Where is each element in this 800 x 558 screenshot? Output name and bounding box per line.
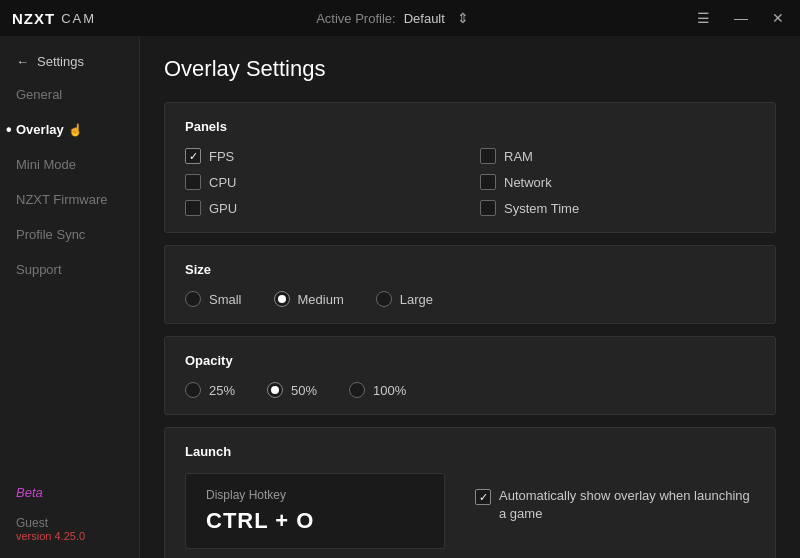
page-title: Overlay Settings: [164, 56, 776, 82]
opacity-panel: Opacity 25% 50% 100%: [164, 336, 776, 415]
logo-area: NZXT CAM: [12, 10, 96, 27]
fps-checkbox-box[interactable]: [185, 148, 201, 164]
active-profile-value: Default: [404, 11, 445, 26]
auto-show-checkbox[interactable]: [475, 489, 491, 505]
sidebar-item-label: Overlay: [16, 122, 64, 137]
auto-show-row: Automatically show overlay when launchin…: [475, 473, 755, 523]
sidebar-item-general[interactable]: General: [0, 77, 139, 112]
sidebar-item-label: Profile Sync: [16, 227, 85, 242]
back-label: Settings: [37, 54, 84, 69]
launch-row: Display Hotkey CTRL + O Automatically sh…: [185, 473, 755, 549]
main-content: Overlay Settings Panels FPS RAM: [140, 36, 800, 558]
opacity-title: Opacity: [185, 353, 755, 368]
size-radio-group: Small Medium Large: [185, 291, 755, 307]
ram-label: RAM: [504, 149, 533, 164]
panels-panel: Panels FPS RAM CPU: [164, 102, 776, 233]
sidebar-item-minimode[interactable]: Mini Mode: [0, 147, 139, 182]
sidebar: ← Settings General Overlay ☝ Mini Mode N…: [0, 36, 140, 558]
gpu-checkbox[interactable]: GPU: [185, 200, 460, 216]
launch-title: Launch: [185, 444, 755, 459]
opacity-100-radio[interactable]: [349, 382, 365, 398]
fps-label: FPS: [209, 149, 234, 164]
network-label: Network: [504, 175, 552, 190]
size-medium-radio[interactable]: [274, 291, 290, 307]
profile-dropdown-button[interactable]: ⇕: [453, 8, 473, 28]
sidebar-item-support[interactable]: Support: [0, 252, 139, 287]
sidebar-item-profilesync[interactable]: Profile Sync: [0, 217, 139, 252]
network-checkbox-box[interactable]: [480, 174, 496, 190]
size-small-radio[interactable]: [185, 291, 201, 307]
size-large[interactable]: Large: [376, 291, 433, 307]
active-profile-area: Active Profile: Default ⇕: [316, 8, 473, 28]
beta-link[interactable]: Beta: [0, 475, 139, 510]
opacity-25-radio[interactable]: [185, 382, 201, 398]
nzxt-logo: NZXT: [12, 10, 55, 27]
systemtime-label: System Time: [504, 201, 579, 216]
sidebar-item-label: General: [16, 87, 62, 102]
hotkey-label: Display Hotkey: [206, 488, 424, 502]
sidebar-item-overlay[interactable]: Overlay ☝: [0, 112, 139, 147]
size-medium-label: Medium: [298, 292, 344, 307]
sidebar-footer: Guest version 4.25.0: [0, 510, 139, 548]
opacity-50-label: 50%: [291, 383, 317, 398]
auto-show-label: Automatically show overlay when launchin…: [499, 487, 755, 523]
network-checkbox[interactable]: Network: [480, 174, 755, 190]
app-name: CAM: [61, 11, 96, 26]
opacity-25-label: 25%: [209, 383, 235, 398]
sidebar-item-nzxtfirmware[interactable]: NZXT Firmware: [0, 182, 139, 217]
gpu-label: GPU: [209, 201, 237, 216]
size-small[interactable]: Small: [185, 291, 242, 307]
hotkey-box: Display Hotkey CTRL + O: [185, 473, 445, 549]
size-large-label: Large: [400, 292, 433, 307]
panels-title: Panels: [185, 119, 755, 134]
sidebar-item-label: Mini Mode: [16, 157, 76, 172]
cpu-checkbox-box[interactable]: [185, 174, 201, 190]
launch-panel: Launch Display Hotkey CTRL + O Automatic…: [164, 427, 776, 558]
back-button[interactable]: ← Settings: [0, 46, 139, 77]
sidebar-item-label: Support: [16, 262, 62, 277]
hotkey-value: CTRL + O: [206, 508, 424, 534]
panels-checkbox-grid: FPS RAM CPU Network: [185, 148, 755, 216]
size-panel: Size Small Medium Large: [164, 245, 776, 324]
systemtime-checkbox-box[interactable]: [480, 200, 496, 216]
user-label: Guest: [16, 516, 123, 530]
size-large-radio[interactable]: [376, 291, 392, 307]
ram-checkbox[interactable]: RAM: [480, 148, 755, 164]
size-small-label: Small: [209, 292, 242, 307]
opacity-25[interactable]: 25%: [185, 382, 235, 398]
opacity-radio-group: 25% 50% 100%: [185, 382, 755, 398]
cpu-checkbox[interactable]: CPU: [185, 174, 460, 190]
opacity-100-label: 100%: [373, 383, 406, 398]
back-icon: ←: [16, 54, 29, 69]
systemtime-checkbox[interactable]: System Time: [480, 200, 755, 216]
opacity-50[interactable]: 50%: [267, 382, 317, 398]
active-profile-label: Active Profile:: [316, 11, 395, 26]
minimize-button[interactable]: —: [730, 8, 752, 28]
title-bar: NZXT CAM Active Profile: Default ⇕ ☰ — ✕: [0, 0, 800, 36]
close-button[interactable]: ✕: [768, 8, 788, 28]
opacity-50-radio[interactable]: [267, 382, 283, 398]
gpu-checkbox-box[interactable]: [185, 200, 201, 216]
ram-checkbox-box[interactable]: [480, 148, 496, 164]
size-medium[interactable]: Medium: [274, 291, 344, 307]
cursor-icon: ☝: [68, 123, 83, 137]
cpu-label: CPU: [209, 175, 236, 190]
opacity-100[interactable]: 100%: [349, 382, 406, 398]
menu-button[interactable]: ☰: [693, 8, 714, 28]
version-label: version 4.25.0: [16, 530, 123, 542]
app-layout: ← Settings General Overlay ☝ Mini Mode N…: [0, 36, 800, 558]
sidebar-item-label: NZXT Firmware: [16, 192, 107, 207]
window-controls: ☰ — ✕: [693, 8, 788, 28]
fps-checkbox[interactable]: FPS: [185, 148, 460, 164]
size-title: Size: [185, 262, 755, 277]
